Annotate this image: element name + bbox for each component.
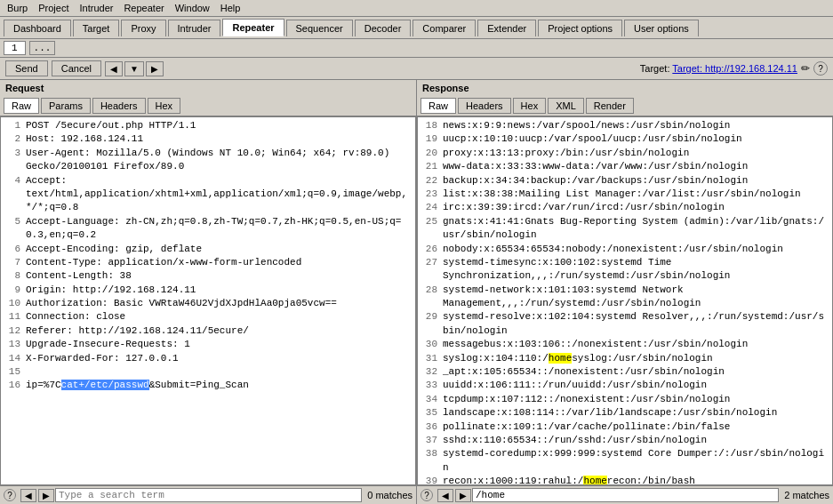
request-search-bar: ? ◀ ▶ 0 matches xyxy=(0,485,416,504)
request-match-count: 0 matches xyxy=(367,490,412,500)
tab-proxy[interactable]: Proxy xyxy=(121,20,165,36)
menu-intruder[interactable]: Intruder xyxy=(75,1,119,15)
toolbar: Send Cancel ◀ ▼ ▶ Target: Target: http:/… xyxy=(0,58,833,80)
request-search-next[interactable]: ▶ xyxy=(38,489,54,502)
response-search-next[interactable]: ▶ xyxy=(455,489,471,502)
request-tab-headers[interactable]: Headers xyxy=(92,98,146,114)
request-tab-raw[interactable]: Raw xyxy=(4,98,39,114)
tab-decoder[interactable]: Decoder xyxy=(355,20,412,36)
request-tab-params[interactable]: Params xyxy=(41,98,91,114)
tab-intruder[interactable]: Intruder xyxy=(168,20,221,36)
tab-repeater[interactable]: Repeater xyxy=(222,19,284,36)
menu-burp[interactable]: Burp xyxy=(2,1,33,15)
response-tab-xml[interactable]: XML xyxy=(548,98,584,114)
request-search-help[interactable]: ? xyxy=(4,489,16,501)
menu-repeater[interactable]: Repeater xyxy=(118,1,169,15)
request-tab-1[interactable]: 1 xyxy=(4,41,26,55)
response-search-prev[interactable]: ◀ xyxy=(437,489,453,502)
response-tab-headers[interactable]: Headers xyxy=(458,98,511,114)
edit-target-button[interactable]: ✏ xyxy=(801,62,810,75)
menu-window[interactable]: Window xyxy=(170,1,215,15)
help-button[interactable]: ? xyxy=(813,61,828,76)
request-panel-title: Request xyxy=(0,80,416,96)
ellipsis-button[interactable]: ... xyxy=(29,41,56,55)
tab-sequencer[interactable]: Sequencer xyxy=(286,20,353,36)
response-search-help[interactable]: ? xyxy=(421,489,433,501)
menu-project[interactable]: Project xyxy=(33,1,74,15)
send-button[interactable]: Send xyxy=(5,60,48,76)
tab-target[interactable]: Target xyxy=(73,20,120,36)
target-text: Target: xyxy=(640,63,673,74)
nav-down-button[interactable]: ▼ xyxy=(124,61,144,76)
menu-help[interactable]: Help xyxy=(215,1,246,15)
response-panel: Response Raw Headers Hex XML Render 18ne… xyxy=(417,80,833,504)
request-content[interactable]: 1POST /5ecure/out.php HTTP/1.12Host: 192… xyxy=(0,116,416,485)
tab-project-options[interactable]: Project options xyxy=(538,20,622,36)
menu-bar: Burp Project Intruder Repeater Window He… xyxy=(0,0,833,17)
main-content: Request Raw Params Headers Hex 1POST /5e… xyxy=(0,80,833,504)
tab-dashboard[interactable]: Dashboard xyxy=(4,20,71,36)
tab-user-options[interactable]: User options xyxy=(624,20,699,36)
response-search-input[interactable] xyxy=(472,488,779,502)
request-search-input[interactable] xyxy=(55,488,362,502)
request-search-prev[interactable]: ◀ xyxy=(20,489,36,502)
target-label: Target: Target: http://192.168.124.11 xyxy=(640,63,797,74)
response-content[interactable]: 18news:x:9:9:news:/var/spool/news:/usr/s… xyxy=(417,116,833,485)
main-tab-bar: Dashboard Target Proxy Intruder Repeater… xyxy=(0,17,833,39)
nav-prev-button[interactable]: ◀ xyxy=(105,61,123,76)
response-tab-render[interactable]: Render xyxy=(586,98,634,114)
response-match-count: 2 matches xyxy=(784,490,829,500)
tab-extender[interactable]: Extender xyxy=(477,20,536,36)
nav-next-button[interactable]: ▶ xyxy=(146,61,164,76)
response-sub-tabs: Raw Headers Hex XML Render xyxy=(417,96,833,116)
request-sub-tabs: Raw Params Headers Hex xyxy=(0,96,416,116)
request-number-row: 1 ... xyxy=(0,39,833,58)
cancel-button[interactable]: Cancel xyxy=(52,60,101,76)
tab-comparer[interactable]: Comparer xyxy=(412,20,476,36)
response-search-bar: ? ◀ ▶ 2 matches xyxy=(417,485,833,504)
target-url[interactable]: Target: http://192.168.124.11 xyxy=(672,63,797,74)
response-tab-hex[interactable]: Hex xyxy=(513,98,547,114)
request-panel: Request Raw Params Headers Hex 1POST /5e… xyxy=(0,80,417,504)
response-tab-raw[interactable]: Raw xyxy=(421,98,456,114)
response-panel-title: Response xyxy=(417,80,833,96)
request-tab-hex[interactable]: Hex xyxy=(148,98,181,114)
